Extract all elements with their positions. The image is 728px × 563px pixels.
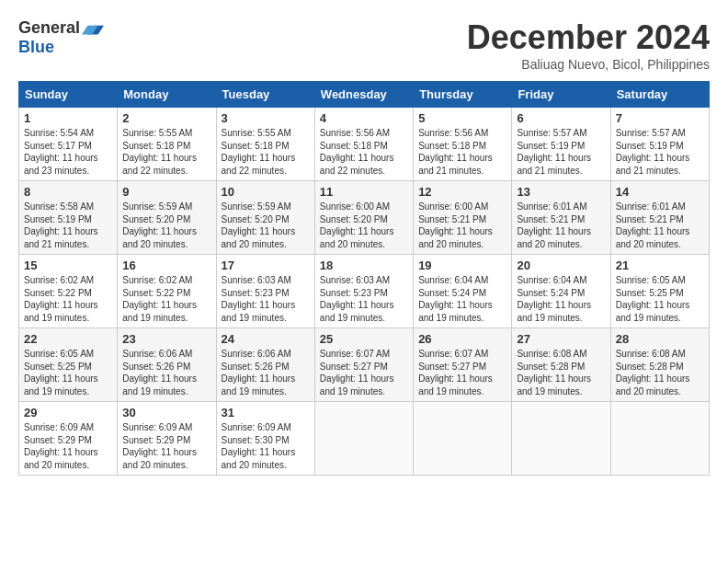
header-saturday: Saturday <box>610 82 709 108</box>
day-info: Sunrise: 5:58 AM Sunset: 5:19 PM Dayligh… <box>24 201 112 250</box>
day-number: 20 <box>517 259 605 272</box>
day-info: Sunrise: 5:55 AM Sunset: 5:18 PM Dayligh… <box>122 127 210 177</box>
day-number: 26 <box>418 332 506 346</box>
day-info: Sunrise: 6:01 AM Sunset: 5:21 PM Dayligh… <box>517 201 605 250</box>
day-number: 31 <box>222 406 310 419</box>
calendar-cell: 5Sunrise: 5:56 AM Sunset: 5:18 PM Daylig… <box>414 108 512 181</box>
calendar-cell: 1Sunrise: 5:54 AM Sunset: 5:17 PM Daylig… <box>19 108 118 181</box>
day-number: 12 <box>418 185 506 199</box>
day-info: Sunrise: 5:55 AM Sunset: 5:18 PM Dayligh… <box>222 127 310 177</box>
day-number: 29 <box>24 406 112 419</box>
day-number: 10 <box>222 185 310 199</box>
calendar-cell <box>512 402 610 476</box>
calendar-cell: 17Sunrise: 6:03 AM Sunset: 5:23 PM Dayli… <box>216 255 314 328</box>
header-sunday: Sunday <box>19 82 118 108</box>
day-info: Sunrise: 6:07 AM Sunset: 5:27 PM Dayligh… <box>320 348 408 397</box>
day-info: Sunrise: 6:00 AM Sunset: 5:20 PM Dayligh… <box>320 201 408 250</box>
day-number: 16 <box>122 259 210 272</box>
calendar-cell: 11Sunrise: 6:00 AM Sunset: 5:20 PM Dayli… <box>314 181 413 255</box>
day-number: 14 <box>616 185 704 199</box>
calendar-cell: 8Sunrise: 5:58 AM Sunset: 5:19 PM Daylig… <box>19 181 118 255</box>
day-info: Sunrise: 6:01 AM Sunset: 5:21 PM Dayligh… <box>616 201 704 250</box>
location: Baliuag Nuevo, Bicol, Philippines <box>467 57 710 72</box>
logo-icon <box>82 19 104 38</box>
day-info: Sunrise: 6:03 AM Sunset: 5:23 PM Dayligh… <box>222 274 310 324</box>
header-friday: Friday <box>512 82 610 108</box>
day-number: 13 <box>517 185 605 199</box>
day-info: Sunrise: 6:02 AM Sunset: 5:22 PM Dayligh… <box>24 274 112 324</box>
day-info: Sunrise: 6:08 AM Sunset: 5:28 PM Dayligh… <box>517 348 605 397</box>
calendar-cell <box>414 402 512 476</box>
day-info: Sunrise: 6:06 AM Sunset: 5:26 PM Dayligh… <box>122 348 210 397</box>
day-info: Sunrise: 6:09 AM Sunset: 5:29 PM Dayligh… <box>24 421 112 471</box>
month-title: December 2024 <box>467 18 710 57</box>
day-number: 9 <box>122 185 210 199</box>
calendar-week-2: 8Sunrise: 5:58 AM Sunset: 5:19 PM Daylig… <box>19 181 710 255</box>
calendar-cell: 25Sunrise: 6:07 AM Sunset: 5:27 PM Dayli… <box>314 328 413 402</box>
day-info: Sunrise: 6:09 AM Sunset: 5:30 PM Dayligh… <box>222 421 310 471</box>
calendar-cell: 29Sunrise: 6:09 AM Sunset: 5:29 PM Dayli… <box>19 402 118 476</box>
header-monday: Monday <box>118 82 216 108</box>
day-number: 30 <box>122 406 210 419</box>
day-number: 2 <box>122 111 210 125</box>
calendar-table: SundayMondayTuesdayWednesdayThursdayFrid… <box>18 81 710 476</box>
page-header: General Blue December 2024 Baliuag Nuevo… <box>18 18 710 72</box>
calendar-cell: 7Sunrise: 5:57 AM Sunset: 5:19 PM Daylig… <box>610 108 709 181</box>
day-number: 5 <box>418 111 506 125</box>
day-info: Sunrise: 6:05 AM Sunset: 5:25 PM Dayligh… <box>616 274 704 324</box>
calendar-cell: 15Sunrise: 6:02 AM Sunset: 5:22 PM Dayli… <box>19 255 118 328</box>
day-info: Sunrise: 6:08 AM Sunset: 5:28 PM Dayligh… <box>616 348 704 397</box>
calendar-cell: 22Sunrise: 6:05 AM Sunset: 5:25 PM Dayli… <box>19 328 118 402</box>
calendar-cell <box>610 402 709 476</box>
day-info: Sunrise: 5:59 AM Sunset: 5:20 PM Dayligh… <box>122 201 210 250</box>
day-number: 18 <box>320 259 408 272</box>
day-number: 11 <box>320 185 408 199</box>
calendar-cell: 26Sunrise: 6:07 AM Sunset: 5:27 PM Dayli… <box>414 328 512 402</box>
day-number: 15 <box>24 259 112 272</box>
day-info: Sunrise: 5:59 AM Sunset: 5:20 PM Dayligh… <box>222 201 310 250</box>
day-info: Sunrise: 5:57 AM Sunset: 5:19 PM Dayligh… <box>616 127 704 177</box>
calendar-cell: 19Sunrise: 6:04 AM Sunset: 5:24 PM Dayli… <box>414 255 512 328</box>
day-info: Sunrise: 5:54 AM Sunset: 5:17 PM Dayligh… <box>24 127 112 177</box>
calendar-cell: 27Sunrise: 6:08 AM Sunset: 5:28 PM Dayli… <box>512 328 610 402</box>
calendar-week-5: 29Sunrise: 6:09 AM Sunset: 5:29 PM Dayli… <box>19 402 710 476</box>
calendar-cell: 10Sunrise: 5:59 AM Sunset: 5:20 PM Dayli… <box>216 181 314 255</box>
day-info: Sunrise: 5:56 AM Sunset: 5:18 PM Dayligh… <box>320 127 408 177</box>
day-number: 8 <box>24 185 112 199</box>
calendar-cell: 4Sunrise: 5:56 AM Sunset: 5:18 PM Daylig… <box>314 108 413 181</box>
day-number: 27 <box>517 332 605 346</box>
calendar-cell: 31Sunrise: 6:09 AM Sunset: 5:30 PM Dayli… <box>216 402 314 476</box>
header-wednesday: Wednesday <box>314 82 413 108</box>
title-block: December 2024 Baliuag Nuevo, Bicol, Phil… <box>467 18 710 72</box>
logo-general: General <box>18 18 80 38</box>
day-info: Sunrise: 6:05 AM Sunset: 5:25 PM Dayligh… <box>24 348 112 397</box>
calendar-week-4: 22Sunrise: 6:05 AM Sunset: 5:25 PM Dayli… <box>19 328 710 402</box>
day-number: 24 <box>222 332 310 346</box>
logo: General Blue <box>18 18 104 57</box>
calendar-cell: 21Sunrise: 6:05 AM Sunset: 5:25 PM Dayli… <box>610 255 709 328</box>
calendar-cell: 20Sunrise: 6:04 AM Sunset: 5:24 PM Dayli… <box>512 255 610 328</box>
calendar-cell: 28Sunrise: 6:08 AM Sunset: 5:28 PM Dayli… <box>610 328 709 402</box>
day-number: 19 <box>418 259 506 272</box>
calendar-cell: 24Sunrise: 6:06 AM Sunset: 5:26 PM Dayli… <box>216 328 314 402</box>
header-tuesday: Tuesday <box>216 82 314 108</box>
calendar-week-3: 15Sunrise: 6:02 AM Sunset: 5:22 PM Dayli… <box>19 255 710 328</box>
day-info: Sunrise: 5:57 AM Sunset: 5:19 PM Dayligh… <box>517 127 605 177</box>
day-info: Sunrise: 6:07 AM Sunset: 5:27 PM Dayligh… <box>418 348 506 397</box>
day-number: 25 <box>320 332 408 346</box>
day-info: Sunrise: 6:00 AM Sunset: 5:21 PM Dayligh… <box>418 201 506 250</box>
day-number: 3 <box>222 111 310 125</box>
calendar-cell: 23Sunrise: 6:06 AM Sunset: 5:26 PM Dayli… <box>118 328 216 402</box>
day-info: Sunrise: 6:04 AM Sunset: 5:24 PM Dayligh… <box>517 274 605 324</box>
calendar-cell: 13Sunrise: 6:01 AM Sunset: 5:21 PM Dayli… <box>512 181 610 255</box>
day-number: 23 <box>122 332 210 346</box>
day-info: Sunrise: 6:04 AM Sunset: 5:24 PM Dayligh… <box>418 274 506 324</box>
calendar-cell: 14Sunrise: 6:01 AM Sunset: 5:21 PM Dayli… <box>610 181 709 255</box>
calendar-header-row: SundayMondayTuesdayWednesdayThursdayFrid… <box>19 82 710 108</box>
day-info: Sunrise: 6:06 AM Sunset: 5:26 PM Dayligh… <box>222 348 310 397</box>
calendar-cell: 9Sunrise: 5:59 AM Sunset: 5:20 PM Daylig… <box>118 181 216 255</box>
calendar-week-1: 1Sunrise: 5:54 AM Sunset: 5:17 PM Daylig… <box>19 108 710 181</box>
calendar-cell: 18Sunrise: 6:03 AM Sunset: 5:23 PM Dayli… <box>314 255 413 328</box>
calendar-cell: 16Sunrise: 6:02 AM Sunset: 5:22 PM Dayli… <box>118 255 216 328</box>
header-thursday: Thursday <box>414 82 512 108</box>
